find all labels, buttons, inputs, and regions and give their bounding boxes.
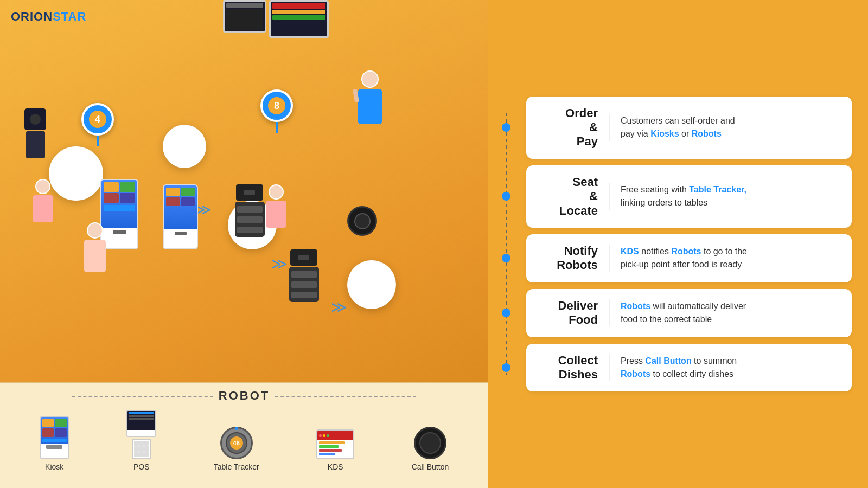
card-title-notify-robots: NotifyRobots: [538, 244, 598, 273]
location-pin-4: 4: [81, 103, 114, 146]
table-4: [347, 260, 396, 309]
card-desc-order-pay: Customers can self-order andpay via Kios…: [621, 114, 735, 140]
call-button-label: Call Button: [412, 463, 449, 471]
camera-inner: [354, 213, 371, 229]
device-kiosk: Kiosk: [40, 416, 69, 471]
card-title-deliver-food: DeliverFood: [538, 299, 598, 328]
card-desc-seat-locate: Free seating with Table Tracker,linking …: [621, 183, 746, 209]
kiosk-label: Kiosk: [45, 463, 63, 471]
card-divider-3: [609, 245, 610, 272]
logo-star: STAR: [53, 10, 86, 24]
timeline-dot-1: [502, 123, 510, 132]
card-divider-4: [609, 299, 610, 326]
card-order-pay: Order&Pay Customers can self-order andpa…: [526, 97, 852, 159]
cards-container: Order&Pay Customers can self-order andpa…: [526, 97, 852, 392]
card-desc-deliver-food: Robots will automatically deliverfood to…: [621, 300, 746, 326]
bottom-panel: ROBOT: [0, 382, 488, 488]
waiter-figure: [358, 70, 382, 124]
timeline-dot-2: [502, 192, 510, 201]
camera-pin: [347, 206, 377, 236]
pin-number-4: 4: [89, 111, 106, 128]
location-pin-8: 8: [260, 89, 293, 133]
card-divider-1: [609, 114, 610, 141]
timeline-dot-4: [502, 309, 510, 317]
right-panel: Order&Pay Customers can self-order andpa…: [488, 0, 868, 488]
pin-circle-4: 4: [81, 103, 114, 136]
device-call-button: Call Button: [412, 427, 449, 471]
table-2: [163, 125, 206, 168]
logo: ORION STAR: [11, 10, 86, 24]
card-seat-locate: Seat&Locate Free seating with Table Trac…: [526, 165, 852, 228]
table-tracker-icon: 48: [220, 427, 253, 459]
card-notify-robots: NotifyRobots KDS notifies Robots to go t…: [526, 234, 852, 282]
card-title-seat-locate: Seat&Locate: [538, 175, 598, 218]
arrow-indicator-2: ≫: [271, 255, 287, 273]
pin-tail-8: [276, 122, 278, 133]
pos-icon: [126, 410, 156, 459]
card-divider-5: [609, 354, 610, 381]
camera-circle: [347, 206, 377, 236]
table-1: [49, 146, 103, 201]
timeline-dot-3: [502, 254, 510, 262]
card-title-order-pay: Order&Pay: [538, 106, 598, 149]
call-button-icon: [414, 427, 446, 459]
devices-row: Kiosk: [11, 410, 477, 471]
card-title-collect-dishes: CollectDishes: [538, 354, 598, 382]
pin-number-8: 8: [268, 97, 285, 114]
device-pos: POS: [126, 410, 156, 471]
card-deliver-food: DeliverFood Robots will automatically de…: [526, 289, 852, 337]
device-kds: KDS: [316, 429, 354, 471]
table-tracker-label: Table Tracker: [214, 463, 259, 471]
card-divider-2: [609, 183, 610, 210]
scene-kiosk-2: [163, 184, 198, 249]
scene-content: ≫ ≫ ≫ 4 8: [0, 27, 488, 382]
kds-icon: [316, 429, 354, 459]
scene-kiosk-1: [100, 179, 138, 249]
card-desc-collect-dishes: Press Call Button to summonRobots to col…: [621, 355, 737, 381]
timeline-dot-5: [502, 363, 510, 372]
device-table-tracker: 48 Table Tracker: [214, 427, 259, 471]
person-1: [33, 179, 53, 222]
pin-circle-8: 8: [260, 89, 293, 122]
robot-label: ROBOT: [219, 389, 270, 403]
card-collect-dishes: CollectDishes Press Call Button to summo…: [526, 344, 852, 392]
person-2: [84, 222, 106, 272]
robot-2: [233, 184, 266, 239]
kiosk-icon: [40, 416, 69, 459]
robot-1: [22, 108, 49, 157]
logo-orion: ORION: [11, 10, 53, 24]
arrow-indicator-3: ≫: [331, 298, 347, 316]
person-3: [266, 184, 286, 228]
kds-label: KDS: [328, 463, 343, 471]
card-desc-notify-robots: KDS notifies Robots to go to thepick-up …: [621, 245, 747, 271]
left-panel: ORION STAR ≫ ≫ ≫: [0, 0, 488, 488]
pin-tail-4: [97, 136, 99, 146]
robot-3: [288, 249, 320, 304]
pos-label: POS: [133, 463, 150, 471]
